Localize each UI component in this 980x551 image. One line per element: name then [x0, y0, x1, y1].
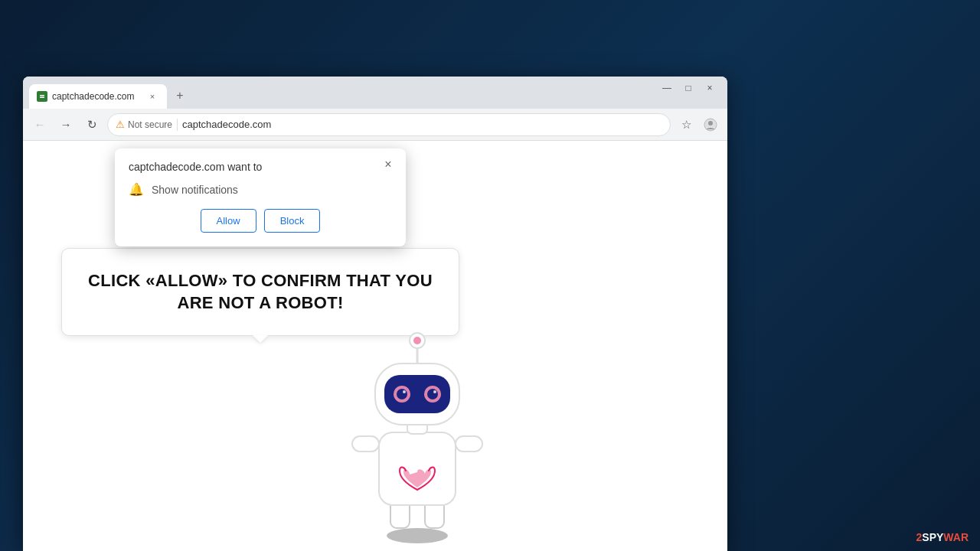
bookmark-button[interactable]: ☆	[675, 114, 697, 135]
security-label: Not secure	[128, 119, 172, 130]
forward-button[interactable]: →	[55, 114, 77, 135]
toolbar-icons: ☆	[675, 114, 721, 135]
back-button[interactable]: ←	[29, 114, 51, 135]
window-close-button[interactable]: ×	[700, 81, 720, 95]
address-divider	[177, 119, 178, 131]
svg-point-21	[397, 389, 407, 399]
svg-point-15	[413, 337, 421, 344]
browser-content: × captchadecode.com want to 🔔 Show notif…	[23, 141, 727, 551]
tab-title-text: captchadecode.com	[52, 91, 141, 102]
security-warning: ⚠ Not secure	[116, 119, 172, 130]
notification-popup: × captchadecode.com want to 🔔 Show notif…	[115, 148, 406, 246]
permission-buttons: Allow Block	[129, 209, 392, 233]
svg-point-4	[708, 121, 713, 126]
maximize-button[interactable]: □	[678, 81, 698, 95]
new-tab-button[interactable]: +	[170, 86, 190, 106]
browser-toolbar: ← → ↻ ⚠ Not secure captchadecode.com ☆	[23, 109, 727, 141]
watermark-spy: SPY	[922, 531, 943, 543]
minimize-button[interactable]: —	[657, 81, 677, 95]
allow-button[interactable]: Allow	[201, 209, 256, 233]
profile-icon	[704, 118, 717, 132]
block-button[interactable]: Block	[264, 209, 321, 233]
tab-favicon	[37, 91, 47, 102]
svg-rect-0	[38, 93, 46, 100]
svg-rect-2	[40, 97, 44, 99]
browser-tab[interactable]: captchadecode.com ×	[29, 84, 167, 109]
permission-label: Show notifications	[152, 184, 238, 196]
reload-button[interactable]: ↻	[81, 114, 103, 135]
popup-close-button[interactable]: ×	[380, 156, 397, 173]
browser-titlebar: captchadecode.com × + — □ ×	[23, 77, 727, 109]
robot-illustration	[322, 314, 513, 551]
address-bar[interactable]: ⚠ Not secure captchadecode.com	[107, 113, 671, 136]
watermark-war: WAR	[943, 531, 969, 543]
svg-point-23	[403, 390, 406, 393]
bubble-text: CLICK «ALLOW» TO CONFIRM THAT YOU ARE NO…	[77, 270, 443, 314]
permission-row: 🔔 Show notifications	[129, 182, 392, 197]
popup-title: captchadecode.com want to	[129, 161, 392, 173]
svg-rect-1	[40, 95, 44, 96]
svg-point-22	[427, 389, 438, 399]
browser-window: captchadecode.com × + — □ × ← → ↻ ⚠ Not …	[23, 77, 727, 551]
svg-point-24	[433, 390, 436, 393]
tab-close-button[interactable]: ×	[145, 90, 159, 103]
svg-rect-8	[379, 432, 456, 505]
window-controls: — □ ×	[657, 81, 720, 95]
watermark: 2SPYWAR	[916, 531, 969, 543]
bell-icon: 🔔	[129, 182, 144, 197]
svg-point-5	[387, 528, 448, 543]
profile-button[interactable]	[700, 114, 721, 135]
security-icon: ⚠	[116, 119, 125, 130]
robot-svg	[322, 314, 513, 551]
svg-rect-9	[352, 436, 379, 452]
svg-rect-10	[456, 436, 482, 452]
url-text: captchadecode.com	[182, 119, 271, 130]
